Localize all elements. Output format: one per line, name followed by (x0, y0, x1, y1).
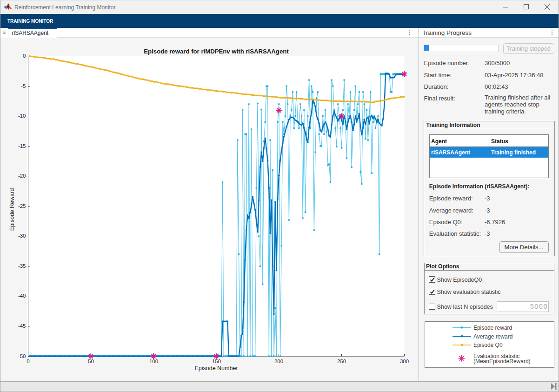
svg-text:-50: -50 (18, 353, 26, 359)
svg-text:300: 300 (400, 359, 409, 364)
svg-text:-45: -45 (18, 323, 26, 329)
svg-text:-30: -30 (18, 233, 26, 239)
svg-text:Episode reward for rlMDPEnv wi: Episode reward for rlMDPEnv with rlSARSA… (144, 48, 289, 55)
svg-text:Episode Reward: Episode Reward (9, 188, 15, 231)
svg-text:-15: -15 (18, 143, 26, 149)
svg-text:0: 0 (27, 359, 29, 364)
svg-text:-5: -5 (21, 83, 26, 89)
svg-text:-35: -35 (18, 263, 26, 269)
svg-text:Episode Number: Episode Number (194, 365, 238, 372)
svg-text:-40: -40 (18, 293, 26, 299)
svg-text:250: 250 (337, 359, 346, 364)
svg-text:-20: -20 (18, 173, 26, 179)
svg-text:200: 200 (274, 359, 283, 364)
svg-text:-25: -25 (18, 203, 26, 209)
svg-text:0: 0 (23, 53, 26, 59)
svg-text:-10: -10 (18, 113, 26, 119)
